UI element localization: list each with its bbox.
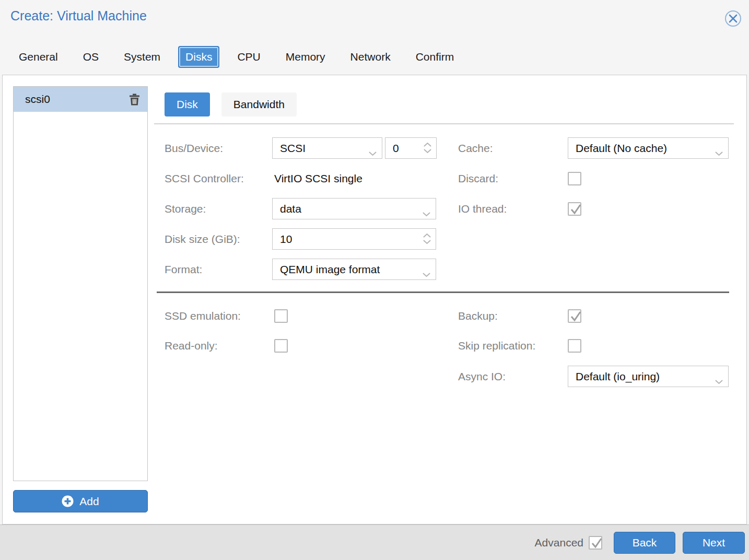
bus-select[interactable]: SCSI — [272, 137, 382, 159]
trash-icon[interactable] — [129, 94, 140, 106]
disk-list-item-scsi0[interactable]: scsi0 — [14, 87, 147, 112]
async-io-select[interactable]: Default (io_uring) — [568, 366, 729, 387]
backup-checkbox[interactable] — [568, 309, 581, 323]
add-button-label: Add — [79, 495, 99, 508]
spinner-arrows-icon[interactable] — [424, 142, 431, 154]
disk-size-label: Disk size (GiB): — [165, 228, 240, 250]
disk-size-stepper[interactable]: 10 — [272, 228, 436, 250]
close-icon[interactable] — [725, 10, 741, 27]
chevron-down-icon — [423, 267, 430, 280]
cache-select[interactable]: Default (No cache) — [568, 137, 729, 159]
subtab-separator — [154, 123, 734, 124]
tab-general[interactable]: General — [19, 51, 58, 63]
advanced-label: Advanced — [535, 536, 583, 549]
ssd-emulation-label: SSD emulation: — [165, 309, 241, 323]
format-select[interactable]: QEMU image format — [272, 259, 436, 280]
tab-system[interactable]: System — [124, 51, 160, 63]
tab-os[interactable]: OS — [83, 51, 99, 63]
section-separator — [157, 291, 729, 293]
storage-select-value: data — [280, 203, 301, 215]
async-io-select-value: Default (io_uring) — [576, 370, 660, 383]
tab-network[interactable]: Network — [350, 51, 391, 63]
chevron-down-icon — [715, 146, 723, 159]
subtab-disk[interactable]: Disk — [165, 92, 210, 116]
spinner-arrows-icon[interactable] — [423, 233, 431, 244]
bus-device-label: Bus/Device: — [165, 137, 223, 159]
disk-size-value: 10 — [280, 233, 292, 246]
add-disk-button[interactable]: Add — [13, 490, 148, 512]
tab-memory[interactable]: Memory — [286, 51, 325, 63]
read-only-label: Read-only: — [165, 339, 218, 353]
format-select-value: QEMU image format — [280, 263, 380, 276]
tab-disks[interactable]: Disks — [178, 46, 219, 68]
disks-tab-content: scsi0 Add Disk Bandwidth — [2, 75, 747, 524]
io-thread-label: IO thread: — [458, 198, 507, 219]
dialog-footer: Advanced Back Next — [0, 524, 749, 560]
scsi-controller-label: SCSI Controller: — [165, 168, 244, 189]
storage-select[interactable]: data — [272, 198, 436, 219]
scsi-controller-value: VirtIO SCSI single — [274, 168, 362, 189]
chevron-down-icon — [369, 146, 377, 159]
plus-circle-icon — [62, 495, 74, 507]
disk-list-panel: scsi0 — [13, 86, 148, 481]
format-label: Format: — [165, 259, 202, 280]
chevron-down-icon — [423, 207, 430, 219]
io-thread-checkbox[interactable] — [568, 202, 581, 216]
skip-replication-label: Skip replication: — [458, 339, 535, 353]
read-only-checkbox[interactable] — [274, 339, 288, 353]
subtab-bandwidth[interactable]: Bandwidth — [221, 92, 297, 116]
discard-checkbox[interactable] — [568, 172, 581, 185]
advanced-checkbox[interactable] — [589, 536, 602, 550]
tab-confirm[interactable]: Confirm — [416, 51, 454, 63]
dialog-title: Create: Virtual Machine — [10, 8, 147, 24]
async-io-label: Async IO: — [458, 366, 506, 387]
cache-select-value: Default (No cache) — [576, 142, 667, 155]
disk-item-label: scsi0 — [25, 93, 50, 106]
device-number-stepper[interactable]: 0 — [385, 137, 437, 159]
disk-subtabs: Disk Bandwidth — [165, 92, 297, 116]
device-number-value: 0 — [393, 142, 399, 155]
chevron-down-icon — [715, 375, 723, 387]
wizard-tabbar: General OS System Disks CPU Memory Netwo… — [19, 46, 454, 67]
cache-label: Cache: — [458, 137, 493, 159]
x-glyph — [729, 14, 738, 23]
tab-cpu[interactable]: CPU — [237, 51, 260, 63]
back-button[interactable]: Back — [614, 532, 675, 554]
bus-select-value: SCSI — [280, 142, 306, 155]
ssd-emulation-checkbox[interactable] — [274, 309, 288, 323]
discard-label: Discard: — [458, 168, 498, 189]
backup-label: Backup: — [458, 309, 498, 323]
skip-replication-checkbox[interactable] — [568, 339, 581, 353]
next-button[interactable]: Next — [683, 532, 745, 554]
storage-label: Storage: — [165, 198, 206, 219]
